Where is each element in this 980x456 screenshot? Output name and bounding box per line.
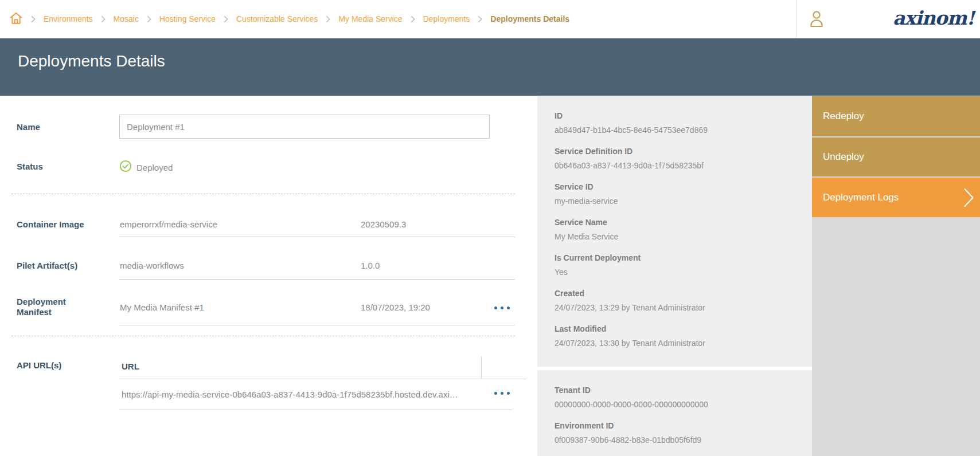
section-divider <box>11 194 515 194</box>
url-table-row: https://api-my-media-service-0b646a03-a8… <box>119 379 512 410</box>
details-side-panel: ID ab849d47-b1b4-4bc5-8e46-54753ee7d869 … <box>537 96 812 456</box>
field-value: Yes <box>555 267 801 277</box>
field-label: Service Name <box>555 217 801 227</box>
field-value: 0f009387-90b6-4882-b83e-01bdb05f6fd9 <box>555 435 801 445</box>
breadcrumb-item-deployments[interactable]: Deployments <box>423 14 470 23</box>
url-more-menu-button[interactable] <box>492 388 512 398</box>
status-value: Deployed <box>119 160 173 175</box>
deployment-logs-button-label: Deployment Logs <box>823 192 899 203</box>
breadcrumb-item-environments[interactable]: Environments <box>44 14 93 23</box>
redeploy-button-label: Redeploy <box>823 111 864 122</box>
chevron-right-icon <box>326 15 330 23</box>
redeploy-button[interactable]: Redeploy <box>812 96 980 136</box>
ellipsis-dot <box>501 306 503 309</box>
section-divider <box>11 336 515 336</box>
tenant-info-section: Tenant ID 00000000-0000-0000-0000-000000… <box>537 370 812 456</box>
api-url-table: URL https://api-my-media-service-0b646a0… <box>119 354 526 410</box>
deployment-manifest-name: My Media Manifest #1 <box>120 302 204 313</box>
container-image-value: emperorrxf/media-service <box>120 219 217 230</box>
name-label: Name <box>17 122 108 132</box>
deployment-manifest-date: 18/07/2023, 19:20 <box>361 302 430 313</box>
info-field-last-modified: Last Modified 24/07/2023, 13:30 by Tenan… <box>555 324 801 348</box>
ellipsis-dot <box>507 306 510 309</box>
field-label: Service ID <box>555 182 801 192</box>
deployment-logs-button[interactable]: Deployment Logs <box>812 178 980 217</box>
field-value: 00000000-0000-0000-0000-000000000000 <box>555 399 801 410</box>
chevron-right-icon <box>224 15 228 23</box>
ellipsis-dot <box>501 392 503 395</box>
api-url-text: https://api-my-media-service-0b646a03-a8… <box>122 390 458 399</box>
url-column-header: URL <box>122 361 139 371</box>
row-divider <box>119 325 515 325</box>
container-image-label: Container Image <box>17 219 108 230</box>
check-circle-icon <box>119 160 132 175</box>
api-urls-label: API URL(s) <box>17 360 108 371</box>
info-field-is-current-deployment: Is Current Deployment Yes <box>555 253 801 277</box>
field-label: Created <box>555 288 801 298</box>
home-icon <box>9 11 23 27</box>
container-image-tag: 20230509.3 <box>361 219 406 230</box>
chevron-right-icon <box>101 15 106 23</box>
field-label: Is Current Deployment <box>555 253 801 263</box>
info-field-environment-id: Environment ID 0f009387-90b6-4882-b83e-0… <box>555 420 801 445</box>
info-field-service-id: Service ID my-media-service <box>555 182 801 206</box>
url-table-header: URL <box>119 354 526 379</box>
breadcrumb-item-hosting-service[interactable]: Hosting Service <box>159 14 216 23</box>
field-label: Service Definition ID <box>555 146 801 156</box>
info-field-service-name: Service Name My Media Service <box>555 217 801 242</box>
pilet-artifact-name: media-workflows <box>120 261 184 271</box>
field-value: 0b646a03-a837-4413-9d0a-1f75d58235bf <box>555 160 801 171</box>
field-value: My Media Service <box>555 231 801 242</box>
page-title: Deployments Details <box>0 38 980 70</box>
name-input[interactable] <box>119 115 490 139</box>
status-text: Deployed <box>136 163 173 172</box>
column-divider <box>481 356 482 379</box>
chevron-right-icon <box>147 15 151 23</box>
field-value: my-media-service <box>555 196 801 206</box>
actions-column: Redeploy Undeploy Deployment Logs <box>812 96 980 456</box>
ellipsis-dot <box>494 306 497 309</box>
pilet-artifacts-label: Pilet Artifact(s) <box>17 261 108 271</box>
field-value: ab849d47-b1b4-4bc5-8e46-54753ee7d869 <box>555 125 801 135</box>
pilet-artifact-version: 1.0.0 <box>361 261 380 271</box>
topbar-divider <box>796 0 797 38</box>
deployment-info-section: ID ab849d47-b1b4-4bc5-8e46-54753ee7d869 … <box>537 96 812 367</box>
undeploy-button[interactable]: Undeploy <box>812 137 980 176</box>
deployment-manifest-label: Deployment Manifest <box>17 297 80 317</box>
breadcrumb-current: Deployments Details <box>490 14 569 23</box>
manifest-more-menu-button[interactable] <box>492 303 512 313</box>
undeploy-button-label: Undeploy <box>823 151 864 163</box>
user-icon <box>807 22 826 32</box>
main-content: Name Status Deployed Container Image emp… <box>0 96 537 456</box>
ellipsis-dot <box>494 392 497 395</box>
info-field-created: Created 24/07/2023, 13:29 by Tenant Admi… <box>555 288 801 313</box>
chevron-right-icon <box>478 15 482 23</box>
info-field-tenant-id: Tenant ID 00000000-0000-0000-0000-000000… <box>555 385 801 410</box>
breadcrumb-item-mosaic[interactable]: Mosaic <box>114 14 139 23</box>
chevron-right-icon <box>411 15 415 23</box>
chevron-right-icon <box>31 15 36 23</box>
page-header: Deployments Details <box>0 38 980 96</box>
status-label: Status <box>17 162 108 172</box>
axinom-logo[interactable]: axinom! <box>893 7 974 29</box>
field-label: Environment ID <box>555 420 801 431</box>
field-value: 24/07/2023, 13:29 by Tenant Administrato… <box>555 302 801 313</box>
field-label: Tenant ID <box>555 385 801 395</box>
user-menu-button[interactable] <box>807 9 826 32</box>
field-label: Last Modified <box>555 324 801 334</box>
breadcrumb-item-my-media-service[interactable]: My Media Service <box>338 14 402 23</box>
top-bar: Environments Mosaic Hosting Service Cust… <box>0 0 980 38</box>
home-link[interactable] <box>9 11 23 27</box>
row-divider <box>119 237 515 237</box>
info-field-service-definition-id: Service Definition ID 0b646a03-a837-4413… <box>555 146 801 171</box>
breadcrumb-item-customizable-services[interactable]: Customizable Services <box>236 14 318 23</box>
row-divider <box>119 279 515 280</box>
info-field-id: ID ab849d47-b1b4-4bc5-8e46-54753ee7d869 <box>555 111 801 135</box>
ellipsis-dot <box>507 392 510 395</box>
chevron-right-icon <box>963 187 974 211</box>
field-label: ID <box>555 111 801 121</box>
field-value: 24/07/2023, 13:30 by Tenant Administrato… <box>555 338 801 348</box>
breadcrumb: Environments Mosaic Hosting Service Cust… <box>9 0 569 38</box>
